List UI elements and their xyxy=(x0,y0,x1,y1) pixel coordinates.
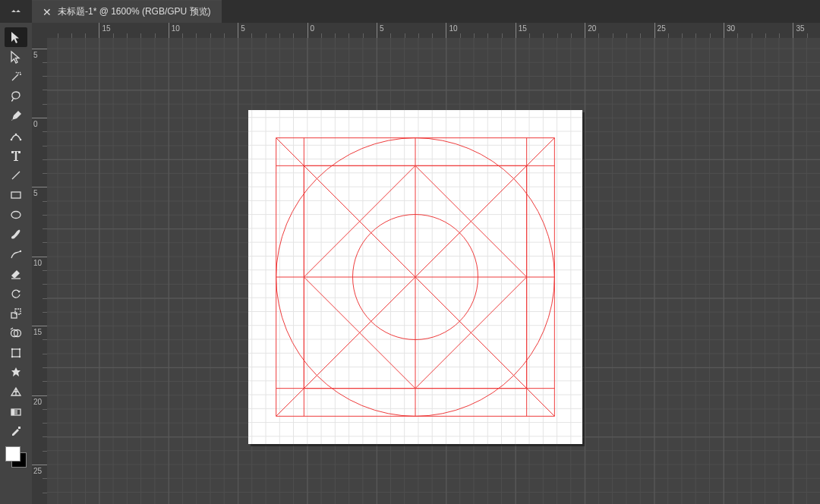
svg-point-2 xyxy=(20,139,22,141)
ruler-origin-corner[interactable] xyxy=(32,23,48,39)
svg-rect-5 xyxy=(11,192,20,198)
pen-tool[interactable] xyxy=(5,106,27,126)
eyedropper-tool[interactable] xyxy=(5,422,27,442)
free-transform-tool[interactable] xyxy=(5,343,27,363)
svg-rect-21 xyxy=(18,427,20,429)
svg-rect-19 xyxy=(11,409,14,415)
eraser-tool[interactable] xyxy=(5,264,27,284)
artboard[interactable] xyxy=(248,110,582,444)
svg-line-4 xyxy=(12,172,20,179)
svg-point-16 xyxy=(11,356,13,358)
svg-rect-13 xyxy=(12,349,20,357)
vertical-ruler[interactable]: 50510152025 xyxy=(32,38,48,504)
svg-point-7 xyxy=(20,250,21,252)
shape-builder-tool[interactable] xyxy=(5,323,27,343)
lasso-tool[interactable] xyxy=(5,87,27,106)
workspace: 151050510152025303540 50510152025 xyxy=(32,23,820,504)
svg-point-17 xyxy=(19,356,20,358)
scale-tool[interactable] xyxy=(5,304,27,323)
fill-stroke-swatches[interactable] xyxy=(4,445,28,469)
close-tab-icon[interactable]: ✕ xyxy=(43,7,52,17)
pencil-tool[interactable] xyxy=(5,244,27,264)
svg-point-14 xyxy=(11,348,13,350)
svg-point-6 xyxy=(11,212,20,219)
curvature-tool[interactable] xyxy=(5,126,27,146)
horizontal-ruler[interactable]: 151050510152025303540 xyxy=(47,23,820,39)
svg-rect-10 xyxy=(15,309,20,314)
gradient-tool[interactable] xyxy=(5,402,27,422)
magic-wand-tool[interactable] xyxy=(5,67,27,87)
svg-rect-20 xyxy=(14,409,17,415)
selection-tool[interactable] xyxy=(5,27,27,47)
svg-point-15 xyxy=(19,348,20,350)
document-tab[interactable]: ✕ 未标题-1* @ 1600% (RGB/GPU 预览) xyxy=(32,0,222,23)
perspective-grid-tool[interactable] xyxy=(5,383,27,402)
svg-point-3 xyxy=(15,134,17,136)
rotate-tool[interactable] xyxy=(5,284,27,304)
rectangle-tool[interactable] xyxy=(5,185,27,205)
document-title: 未标题-1* @ 1600% (RGB/GPU 预览) xyxy=(58,5,211,18)
paintbrush-tool[interactable] xyxy=(5,225,27,244)
direct-selection-tool[interactable] xyxy=(5,47,27,67)
ellipse-tool[interactable] xyxy=(5,205,27,225)
line-segment-tool[interactable] xyxy=(5,165,27,185)
svg-rect-9 xyxy=(11,313,17,318)
type-tool[interactable] xyxy=(5,146,27,165)
anchor-point-tool[interactable] xyxy=(5,363,27,383)
canvas-viewport[interactable] xyxy=(47,38,820,504)
toolbox xyxy=(0,23,32,504)
svg-point-1 xyxy=(11,139,13,141)
svg-point-0 xyxy=(14,117,15,118)
artwork-guides xyxy=(248,110,582,444)
document-tab-bar: ✕ 未标题-1* @ 1600% (RGB/GPU 预览) xyxy=(0,0,820,23)
expand-panels-icon[interactable] xyxy=(0,0,32,23)
